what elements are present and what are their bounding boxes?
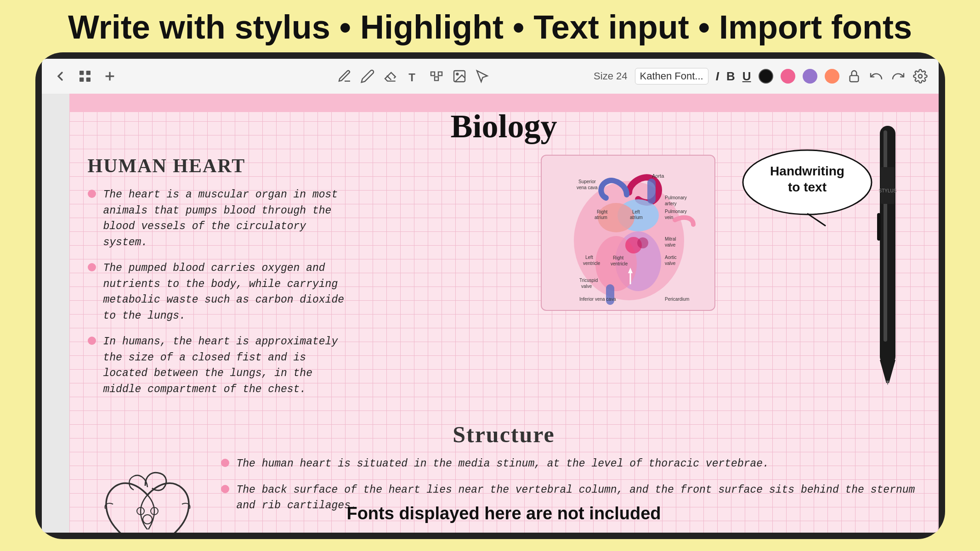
svg-point-10: [918, 74, 922, 78]
svg-text:to text: to text: [788, 180, 827, 194]
svg-text:Pulmonary: Pulmonary: [665, 209, 687, 214]
color-purple[interactable]: [803, 69, 817, 84]
bullet-item-3: In humans, the heart is approximately th…: [88, 334, 345, 397]
toolbar-center: T: [233, 69, 594, 84]
svg-text:Right: Right: [597, 209, 608, 214]
svg-text:Pulmonary: Pulmonary: [665, 195, 687, 200]
svg-text:valve: valve: [665, 261, 676, 266]
eraser-tool[interactable]: [383, 69, 398, 84]
structure-dot-1: [221, 459, 229, 467]
svg-text:Handwriting: Handwriting: [770, 164, 844, 178]
svg-text:vena cava: vena cava: [577, 185, 598, 190]
svg-rect-1: [86, 71, 90, 75]
toolbar-left: [53, 69, 233, 84]
top-banner: Write with stylus • Highlight • Text inp…: [0, 0, 980, 52]
pencil-tool[interactable]: [360, 69, 375, 84]
svg-text:atrium: atrium: [595, 215, 607, 220]
svg-line-46: [807, 214, 826, 226]
svg-text:Pericardium: Pericardium: [665, 297, 689, 302]
callout-bubble-svg: Handwriting to text: [738, 146, 876, 228]
svg-text:artery: artery: [665, 201, 677, 206]
footer-note: Fonts displayed here are not included: [69, 504, 939, 523]
svg-text:ventricle: ventricle: [611, 261, 628, 266]
svg-rect-3: [86, 78, 90, 82]
bullet-text-1: The heart is a muscular organ in most an…: [103, 187, 345, 250]
back-button[interactable]: [53, 69, 68, 84]
svg-point-8: [456, 73, 458, 75]
heart-anatomy-svg: Aorta Pulmonary artery Pulmonary vein Le…: [542, 156, 715, 311]
add-button[interactable]: [102, 69, 117, 84]
svg-text:ventricle: ventricle: [583, 261, 600, 266]
svg-rect-16: [647, 179, 656, 204]
undo-button[interactable]: [869, 69, 884, 84]
heart-diagram-container: Aorta Pulmonary artery Pulmonary vein Le…: [541, 155, 734, 311]
svg-text:Tricuspid: Tricuspid: [579, 278, 598, 283]
shape-tool[interactable]: [429, 69, 444, 84]
svg-text:Left: Left: [585, 255, 593, 260]
tablet-frame: T Size 24 Kathen Font... I B U: [35, 52, 945, 539]
svg-rect-17: [606, 284, 614, 305]
svg-text:Aortic: Aortic: [665, 255, 677, 260]
text-tool[interactable]: T: [406, 69, 421, 84]
redo-button[interactable]: [891, 69, 906, 84]
toolbar-right: Size 24 Kathen Font... I B U: [594, 68, 927, 84]
structure-bullet-1: The human heart is situated in the media…: [221, 456, 920, 472]
structure-title: Structure: [88, 421, 920, 448]
lock-icon[interactable]: [847, 69, 861, 84]
structure-dot-2: [221, 485, 229, 493]
color-orange[interactable]: [825, 69, 839, 84]
bullet-dot-2: [88, 263, 96, 271]
bullet-dot-3: [88, 337, 96, 345]
human-heart-bullets: The heart is a muscular organ in most an…: [88, 187, 345, 397]
italic-button[interactable]: I: [716, 69, 719, 84]
bullet-text-2: The pumped blood carries oxygen and nutr…: [103, 260, 345, 324]
pen-tool[interactable]: [337, 69, 352, 84]
color-black[interactable]: [759, 69, 773, 84]
svg-text:valve: valve: [665, 242, 676, 247]
bullet-item-2: The pumped blood carries oxygen and nutr…: [88, 260, 345, 324]
bullet-item-1: The heart is a muscular organ in most an…: [88, 187, 345, 250]
svg-rect-2: [79, 78, 84, 82]
center-column: Aorta Pulmonary artery Pulmonary vein Le…: [354, 155, 920, 311]
size-label: Size 24: [594, 70, 627, 82]
bullet-dot-1: [88, 190, 96, 198]
svg-text:Superior: Superior: [578, 179, 596, 184]
structure-text-1: The human heart is situated in the media…: [237, 456, 769, 472]
toolbar: T Size 24 Kathen Font... I B U: [42, 59, 939, 94]
svg-text:Mitral: Mitral: [665, 236, 676, 242]
apps-button[interactable]: [78, 69, 92, 84]
svg-text:Aorta: Aorta: [652, 173, 664, 179]
selection-tool[interactable]: [475, 69, 490, 84]
svg-text:Inferior vena cava: Inferior vena cava: [579, 297, 616, 302]
content-columns: Human Heart The heart is a muscular orga…: [88, 155, 920, 407]
font-selector[interactable]: Kathen Font...: [635, 68, 708, 84]
svg-rect-0: [79, 71, 84, 75]
left-column: Human Heart The heart is a muscular orga…: [88, 155, 345, 407]
heart-diagram: Aorta Pulmonary artery Pulmonary vein Le…: [541, 155, 715, 311]
color-pink[interactable]: [781, 69, 795, 84]
bold-button[interactable]: B: [726, 69, 735, 84]
bullet-text-3: In humans, the heart is approximately th…: [103, 334, 345, 397]
svg-text:T: T: [408, 71, 415, 84]
banner-text: Write with stylus • Highlight • Text inp…: [68, 8, 912, 46]
page-title: Biology: [88, 107, 920, 146]
page: Biology Human Heart The heart is a muscu…: [69, 94, 939, 533]
svg-text:valve: valve: [581, 284, 592, 289]
svg-point-19: [637, 237, 648, 248]
human-heart-title: Human Heart: [88, 155, 345, 177]
image-tool[interactable]: [452, 69, 467, 84]
callout-container: Handwriting to text: [738, 146, 876, 230]
svg-text:atrium: atrium: [630, 215, 643, 220]
left-strip: [42, 94, 69, 533]
svg-text:Left: Left: [632, 209, 640, 214]
settings-button[interactable]: [913, 69, 928, 84]
svg-text:Right: Right: [613, 255, 624, 260]
underline-button[interactable]: U: [742, 69, 751, 84]
main-content: Biology Human Heart The heart is a muscu…: [42, 94, 939, 533]
svg-text:vein: vein: [665, 215, 673, 220]
svg-rect-9: [850, 76, 858, 82]
